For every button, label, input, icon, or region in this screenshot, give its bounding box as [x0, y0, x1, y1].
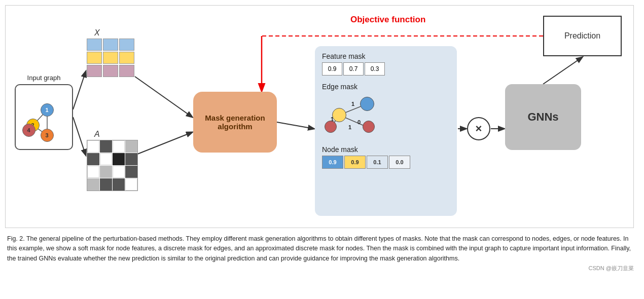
x-cell — [87, 65, 102, 77]
feature-mask-section: Feature mask 0.9 0.7 0.3 — [322, 52, 450, 76]
x-matrix-label: X — [94, 28, 100, 38]
graph-nodes: 1 2 3 4 — [21, 101, 67, 146]
x-cell — [103, 39, 118, 51]
prediction-box: Prediction — [543, 16, 622, 56]
prediction-label: Prediction — [564, 31, 600, 41]
svg-line-7 — [543, 57, 582, 84]
x-cell — [103, 52, 118, 64]
svg-line-2 — [135, 77, 192, 117]
graph-node-1: 1 — [41, 103, 54, 117]
edge-node-blue — [360, 97, 374, 111]
nm-cell-1: 0.9 — [322, 156, 343, 169]
a-cell — [100, 153, 112, 165]
edge-graph: 1 1 0 1 — [322, 93, 388, 138]
edge-node-pink2 — [363, 121, 375, 133]
svg-text:1: 1 — [348, 124, 351, 130]
a-cell — [100, 178, 112, 191]
svg-line-1 — [73, 117, 86, 155]
diagram-area: Objective function Input graph 1 2 3 4 X — [5, 5, 634, 228]
svg-text:0: 0 — [357, 119, 361, 125]
a-cell — [125, 178, 137, 191]
edge-node-yellow — [332, 108, 346, 122]
graph-node-3: 3 — [41, 129, 54, 142]
nm-cell-4: 0.0 — [389, 156, 410, 169]
svg-line-3 — [135, 132, 192, 155]
a-matrix — [87, 140, 138, 191]
x-cell — [119, 52, 134, 64]
feature-mask-cells: 0.9 0.7 0.3 — [322, 62, 450, 76]
a-cell — [113, 140, 125, 153]
svg-line-4 — [277, 122, 314, 129]
x-cell — [87, 52, 102, 64]
node-mask-cells: 0.9 0.9 0.1 0.0 — [322, 156, 450, 169]
a-cell — [87, 140, 99, 153]
input-graph-label: Input graph — [16, 74, 72, 82]
a-cell — [87, 178, 99, 191]
caption: Fig. 2. The general pipeline of the pert… — [5, 234, 639, 264]
a-cell — [87, 166, 99, 178]
a-cell — [113, 178, 125, 191]
node-mask-title: Node mask — [322, 145, 450, 154]
x-cell — [119, 39, 134, 51]
fm-cell-3: 0.3 — [365, 62, 385, 76]
gnns-box: GNNs — [505, 84, 581, 150]
multiply-symbol: × — [476, 122, 482, 135]
a-cell — [113, 166, 125, 178]
svg-line-10 — [74, 117, 193, 122]
a-cell — [125, 140, 137, 153]
nm-cell-2: 0.9 — [344, 156, 366, 169]
nm-cell-3: 0.1 — [367, 156, 388, 169]
a-cell — [100, 166, 112, 178]
csdn-watermark: CSDN @嵌刀韭菜 — [5, 265, 639, 272]
masks-panel: Feature mask 0.9 0.7 0.3 Edge mask 1 1 — [315, 46, 457, 216]
node-mask-section: Node mask 0.9 0.9 0.1 0.0 — [322, 145, 450, 169]
gnns-label: GNNs — [527, 110, 558, 124]
a-cell — [125, 153, 137, 165]
mask-gen-label: Mask generationalgorithm — [205, 114, 265, 131]
multiply-circle: × — [467, 117, 490, 140]
a-cell — [87, 153, 99, 165]
objective-function-label: Objective function — [350, 15, 425, 25]
svg-line-0 — [73, 71, 86, 109]
fm-cell-2: 0.7 — [343, 62, 364, 76]
feature-mask-title: Feature mask — [322, 52, 450, 60]
a-cell — [113, 153, 125, 165]
svg-text:1: 1 — [351, 101, 354, 107]
graph-node-4: 4 — [22, 124, 35, 137]
edge-node-pink1 — [325, 121, 337, 133]
a-cell — [125, 166, 137, 178]
x-cell — [119, 65, 134, 77]
x-cell — [103, 65, 118, 77]
input-graph-box: Input graph 1 2 3 4 — [15, 84, 73, 150]
x-cell — [87, 39, 102, 51]
a-matrix-label: A — [94, 130, 100, 139]
edge-mask-section: Edge mask 1 1 0 1 — [322, 83, 450, 138]
fm-cell-1: 0.9 — [322, 62, 342, 76]
edge-mask-title: Edge mask — [322, 83, 450, 91]
a-cell — [100, 140, 112, 153]
mask-gen-box: Mask generationalgorithm — [193, 92, 277, 153]
x-matrix — [87, 39, 134, 77]
